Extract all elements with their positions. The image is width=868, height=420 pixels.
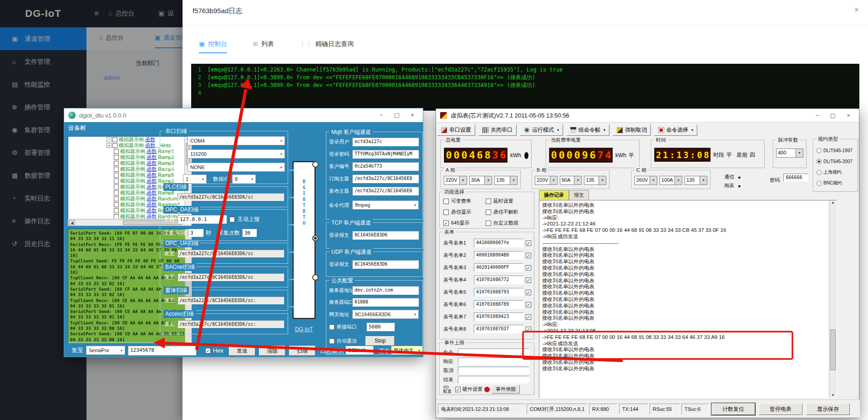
tree-checkbox[interactable]	[114, 208, 119, 213]
feature-645显示[interactable]: ✓645显示	[443, 220, 486, 226]
interval-field[interactable]: 3	[188, 229, 203, 237]
tab-console[interactable]: ▣控制台	[199, 40, 227, 53]
feature-可变费率[interactable]: 可变费率	[443, 198, 486, 205]
language-select[interactable]: 简体中文▾	[391, 346, 423, 355]
tree-checkbox[interactable]	[114, 184, 119, 190]
feature-自定义数据[interactable]: 自定义数据	[486, 220, 532, 226]
databit-select[interactable]: 8▾	[232, 174, 256, 184]
stopbit-select[interactable]: 1▾	[183, 174, 207, 184]
parity-select[interactable]: NONE▾	[188, 163, 285, 172]
send-target-select[interactable]: SerialPor▾	[86, 346, 125, 355]
minimize-button[interactable]: −	[810, 109, 825, 123]
tree-checkbox[interactable]	[114, 173, 119, 178]
tree-checkbox[interactable]	[112, 137, 117, 142]
event-enable-button[interactable]: 事件使能	[492, 385, 520, 394]
bridge-port-field[interactable]: 5080	[366, 323, 395, 331]
close-button[interactable]: ×	[405, 108, 420, 122]
gateway-address-select[interactable]: 8C16456E83D6▾	[352, 310, 419, 319]
mqtt-subscribe-topic-field[interactable]: /ecfd3a227c/8C16456E8	[352, 174, 419, 183]
toolbar-command-select[interactable]: 命令选择▾	[654, 124, 697, 136]
toolbar-close-serial[interactable]: 关闭串口	[478, 124, 517, 136]
meter-row-checkbox[interactable]: ✓	[526, 314, 531, 320]
meter-id-field[interactable]: 4416000007fe	[474, 239, 523, 247]
loglevel-select[interactable]: DEBUG▾	[345, 346, 374, 355]
meter-titlebar[interactable]: 虚拟表(芯片测试)V2.7.1 2011-05-05 13:50:56 − ▢ …	[436, 109, 859, 123]
server-port-field[interactable]: 61888	[352, 298, 419, 307]
protocol-option[interactable]: DL/T645-2007	[817, 156, 853, 167]
pulse-constant-select[interactable]: 400▾	[776, 149, 803, 158]
status-button-计数复位[interactable]: 计数复位	[711, 403, 755, 415]
hardware-checkbox[interactable]: ✓	[455, 387, 461, 392]
tree-checkbox[interactable]	[114, 214, 119, 219]
password-field[interactable]: 666666	[783, 174, 808, 182]
tree-checkbox[interactable]	[114, 167, 119, 172]
event-field[interactable]	[458, 348, 529, 356]
minimize-button[interactable]: −	[374, 108, 389, 122]
bridge-port-checkbox[interactable]	[329, 324, 335, 330]
meter-id-field[interactable]: 4000108004B0	[474, 251, 523, 260]
close-button[interactable]: ×	[841, 109, 856, 123]
meter-row-checkbox[interactable]: ✓	[526, 265, 531, 271]
tab-报文[interactable]: 报文	[569, 190, 589, 200]
scroll-down-icon[interactable]: ▼	[831, 393, 835, 397]
checkbox[interactable]	[443, 199, 449, 204]
scan-topic-field[interactable]: /ecfd3a227c/8C16456E83D6/sc:	[178, 297, 284, 304]
constant-select[interactable]: 135▾	[584, 176, 606, 185]
tcp-login-packet-field[interactable]: 8C16456E83D6	[352, 231, 419, 240]
meter-row-checkbox[interactable]: ✓	[526, 241, 531, 246]
event-field[interactable]	[458, 367, 529, 374]
server-host-field[interactable]: dev.iotn2n.com	[352, 286, 419, 295]
feature-鼎信显示[interactable]: 鼎信显示	[443, 209, 486, 215]
scan-button[interactable]: 扫描	[289, 346, 315, 356]
command-proxy-select[interactable]: ffmpeg▾	[352, 200, 419, 210]
opcda-host-field[interactable]: 127.0.0.1	[178, 215, 227, 224]
current-select[interactable]: 100A▾	[660, 176, 682, 185]
meter-id-field[interactable]: 4020140000FF	[474, 263, 523, 272]
scan-topic-field[interactable]: /ecfd3a227c/8C16456E83D6/sc	[178, 250, 284, 257]
tree-checkbox[interactable]	[114, 149, 119, 154]
protocol-option[interactable]: BNC规约	[817, 178, 853, 189]
tree-checkbox[interactable]	[112, 143, 117, 148]
scroll-left-icon[interactable]: ◀	[69, 220, 75, 225]
baud-select[interactable]: 115200▾	[188, 149, 285, 159]
feature-鼎信不解析[interactable]: 鼎信不解析	[486, 209, 532, 215]
tree-checkbox[interactable]	[114, 196, 119, 201]
meter-row-checkbox[interactable]: ✓	[526, 290, 531, 295]
operation-log-list[interactable]: 接收到名单以外的电表接收到名单以外的电表->响应:->2021-12-23 21…	[539, 200, 837, 398]
tree-checkbox[interactable]	[114, 179, 119, 184]
status-button-显示保存[interactable]: 显示保存	[806, 403, 850, 415]
feature-延时设置[interactable]: 延时设置	[486, 198, 532, 205]
port-select[interactable]: COM4▾	[188, 136, 285, 145]
clear-button[interactable]: 清除	[259, 346, 285, 356]
payload-field[interactable]: 12345678	[128, 346, 196, 355]
constant-select[interactable]: 135▾	[685, 176, 707, 185]
console-log[interactable]: 1[emqx@127.0.0.1]<0.2263.0> Channel[f576…	[191, 64, 859, 111]
radio-icon[interactable]	[817, 159, 822, 164]
tree-checkbox[interactable]	[114, 161, 119, 166]
scan-topic-field[interactable]: /ecfd3a227c/8C16456E83D6/sc	[178, 273, 284, 281]
dgiot-link[interactable]: DG-IoT	[295, 326, 313, 333]
event-field[interactable]	[458, 376, 529, 384]
tree-checkbox[interactable]	[114, 155, 119, 160]
checkbox[interactable]	[486, 199, 491, 204]
meter-id-field[interactable]: 410701088793	[474, 288, 523, 297]
mqtt-user-field[interactable]: ecfd3a227c	[352, 138, 419, 146]
count-field[interactable]: 30	[242, 229, 257, 237]
meter-id-field[interactable]: 410701086772	[474, 276, 523, 284]
tree-checkbox[interactable]	[114, 202, 119, 207]
toolbar-serial-settings[interactable]: 串口设置	[437, 124, 475, 136]
meter-id-field[interactable]: 410701087037	[474, 325, 523, 333]
dtu-titlebar[interactable]: dgiot_dtu v1.0.0.0 − ▢ ×	[64, 108, 423, 122]
current-select[interactable]: 30A▾	[469, 176, 492, 185]
scan-topic-field[interactable]: /ecfd3a227c/8C16456E83D6/sc:	[178, 320, 284, 328]
udp-login-packet-field[interactable]: 8C16456E83D6	[352, 260, 419, 269]
report-checkbox[interactable]	[229, 217, 235, 222]
scan-topic-field[interactable]: /ecfd3a227c/8C16456E83D6/s(	[178, 193, 284, 201]
toolbar-force-cancel[interactable]: 强制取消	[613, 124, 651, 136]
tab-操作记录[interactable]: 操作记录	[539, 190, 569, 200]
mqtt-password-field[interactable]: TTYOMzg3OTAxNjM4NDIyM	[352, 150, 419, 159]
checkbox[interactable]	[486, 220, 491, 226]
meter-row-checkbox[interactable]: ✓	[526, 253, 531, 258]
tree-expander-icon[interactable]: +	[107, 143, 112, 148]
voltage-select[interactable]: 220V▾	[535, 176, 558, 185]
